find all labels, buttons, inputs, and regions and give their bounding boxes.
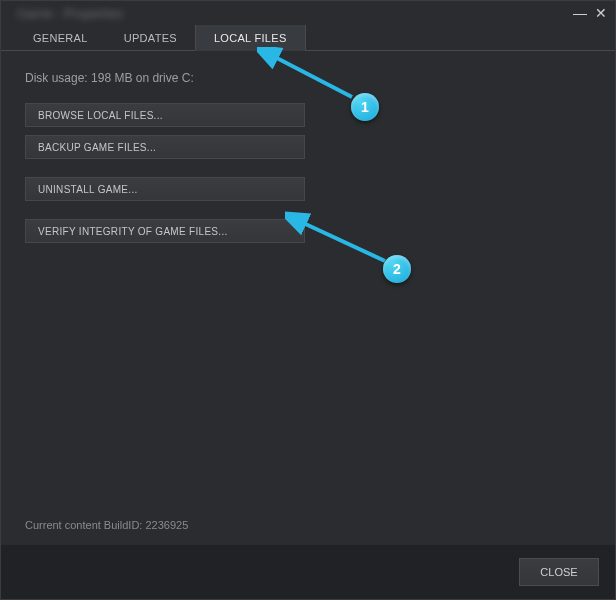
annotation-arrow-2 (285, 211, 405, 271)
annotation-arrow-1 (257, 47, 377, 107)
uninstall-game-button[interactable]: UNINSTALL GAME... (25, 177, 305, 201)
close-button[interactable]: CLOSE (519, 558, 599, 586)
properties-window: Game - Properties — ✕ GENERAL UPDATES LO… (0, 0, 616, 600)
window-controls: — ✕ (573, 5, 607, 21)
tab-content: Disk usage: 198 MB on drive C: BROWSE LO… (1, 51, 615, 541)
svg-line-1 (299, 221, 385, 261)
tab-updates[interactable]: UPDATES (106, 25, 195, 50)
titlebar[interactable]: Game - Properties — ✕ (1, 1, 615, 25)
tab-general[interactable]: GENERAL (15, 25, 106, 50)
minimize-icon[interactable]: — (573, 5, 587, 21)
window-title: Game - Properties (9, 6, 123, 21)
close-icon[interactable]: ✕ (595, 5, 607, 21)
svg-line-0 (271, 55, 352, 97)
footer: CLOSE (1, 545, 615, 599)
build-id-label: Current content BuildID: 2236925 (25, 519, 188, 531)
verify-integrity-button[interactable]: VERIFY INTEGRITY OF GAME FILES... (25, 219, 305, 243)
backup-game-files-button[interactable]: BACKUP GAME FILES... (25, 135, 305, 159)
